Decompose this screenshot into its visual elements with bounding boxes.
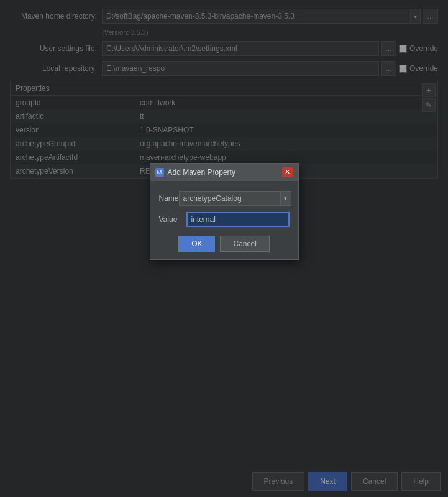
modal-name-input[interactable]: [179, 191, 280, 206]
modal-ok-btn[interactable]: OK: [178, 236, 215, 252]
modal-value-label: Value: [159, 215, 186, 224]
modal-titlebar: M Add Maven Property ✕: [150, 164, 298, 181]
add-maven-property-modal: M Add Maven Property ✕ Name ▾ Value OK: [150, 163, 299, 260]
modal-body: Name ▾ Value OK Cancel: [150, 181, 298, 259]
modal-title-left: M Add Maven Property: [155, 168, 235, 177]
modal-title-text: Add Maven Property: [168, 168, 235, 177]
modal-cancel-btn[interactable]: Cancel: [220, 236, 269, 252]
modal-value-input[interactable]: [186, 212, 290, 227]
modal-icon: M: [155, 168, 164, 177]
modal-value-row: Value: [159, 212, 290, 227]
modal-name-row: Name ▾: [159, 191, 290, 206]
modal-close-btn[interactable]: ✕: [282, 167, 293, 177]
modal-name-dropdown-btn[interactable]: ▾: [280, 191, 291, 206]
modal-overlay: M Add Maven Property ✕ Name ▾ Value OK: [0, 0, 448, 497]
modal-name-label: Name: [159, 194, 179, 203]
modal-btn-row: OK Cancel: [159, 236, 290, 252]
modal-name-combo-wrap: ▾: [179, 191, 291, 206]
